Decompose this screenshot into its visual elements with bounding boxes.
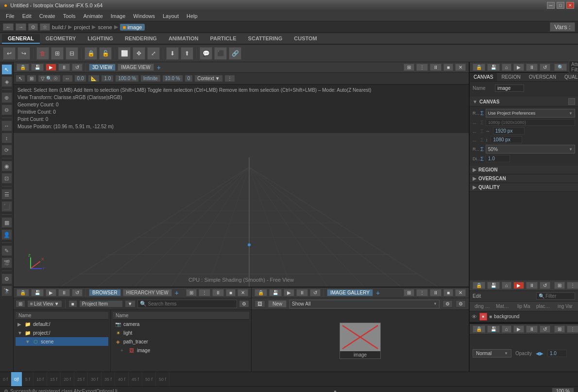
select-tool[interactable]: ↖ (1, 64, 12, 75)
export-button[interactable]: ⬇ (166, 47, 179, 60)
dots-btn[interactable]: ⋮ (416, 64, 428, 71)
gallery-img-icon[interactable]: 🖼 (255, 300, 265, 307)
redo-button[interactable]: ↪ (17, 47, 30, 60)
path-image[interactable]: ■image (120, 24, 145, 31)
lb-play[interactable]: ▶ (513, 325, 524, 333)
lb-pause[interactable]: ⏸ (526, 325, 538, 333)
attrs-filter[interactable]: Attributes Filte... (569, 61, 578, 73)
lock-button[interactable]: 🔒 (85, 47, 97, 60)
tool-7[interactable]: ⟳ (1, 145, 12, 155)
tab-custom[interactable]: CUSTOM (288, 34, 323, 44)
browser-item-icon[interactable]: ■ (68, 300, 77, 307)
sigma-icon-6[interactable]: Σ (480, 156, 484, 162)
gallery-dots[interactable]: ⋮ (416, 289, 428, 296)
blend-mode-dropdown[interactable]: Normal ▼ (473, 349, 511, 358)
gallery-options-btn[interactable]: ⚙ (456, 300, 466, 307)
menu-edit[interactable]: Edit (18, 12, 35, 20)
tab-browser[interactable]: BROWSER (89, 289, 121, 296)
list-view-btn[interactable]: ≡ List View ▼ (27, 300, 62, 307)
attrs-refresh[interactable]: ↺ (540, 64, 550, 71)
pause-btn2[interactable]: ⏸ (430, 64, 442, 71)
menu-tools[interactable]: Tools (59, 12, 80, 20)
sigma-icon[interactable]: Σ (480, 110, 484, 116)
close-view[interactable]: ✕ (455, 64, 466, 71)
group-button[interactable]: ⊞ (51, 47, 64, 60)
tool-14[interactable]: ✎ (1, 245, 12, 256)
ratio-dropdown[interactable]: 50% ▼ (486, 145, 575, 153)
overscan-section[interactable]: ▶ OVERSCAN (470, 174, 578, 183)
tab-canvas[interactable]: CANVAS (470, 73, 497, 81)
item-path-tracer[interactable]: ◈ path_tracer (113, 337, 249, 346)
ra-play[interactable]: ▶ (513, 282, 524, 289)
browser-refresh[interactable]: ↺ (72, 289, 83, 296)
browser-save[interactable]: 💾 (31, 289, 44, 296)
attrs-pause[interactable]: ⏸ (526, 64, 538, 71)
region-section[interactable]: ▶ REGION (470, 166, 578, 174)
layer-row-bg[interactable]: 👁 ■ ■ background (470, 311, 578, 322)
menu-image[interactable]: Image (107, 12, 130, 20)
ra-pause[interactable]: ⏸ (526, 282, 538, 289)
tool-3[interactable]: ⊕ (1, 92, 12, 103)
lb-save[interactable]: 💾 (487, 325, 500, 333)
item-image[interactable]: + 🖼 image (113, 346, 249, 355)
lb-dots[interactable]: ⋮ (567, 325, 578, 333)
vars-button[interactable]: Vars : (550, 22, 575, 32)
edit-label[interactable]: Edit (473, 293, 481, 299)
lb-grid[interactable]: ⊞ (554, 325, 565, 333)
zoom-level[interactable]: 100 % (552, 388, 574, 392)
vt-move[interactable]: ↔ (62, 75, 73, 82)
tab-general[interactable]: GENERAL (2, 34, 40, 44)
timeline-0f-cursor[interactable]: 0|f (11, 372, 22, 386)
tree-scene[interactable]: ▼ ⬡ scene (16, 337, 108, 346)
resolution-dropdown[interactable]: Use Project Preferences ▼ (486, 109, 575, 118)
browser-dots[interactable]: ⋮ (199, 289, 210, 296)
tab-animation[interactable]: ANIMATION (163, 34, 204, 44)
tab-image-view[interactable]: IMAGE VIEW (118, 64, 154, 71)
ra-dots[interactable]: ⋮ (567, 282, 578, 289)
menu-help[interactable]: Help (183, 12, 202, 20)
canvas-section[interactable]: ▼ CANVAS (470, 97, 578, 107)
tab-geometry[interactable]: GEOMETRY (40, 34, 82, 44)
ra-refresh[interactable]: ↺ (540, 282, 550, 289)
vt-context[interactable]: Context ▼ (194, 75, 222, 82)
menu-animate[interactable]: Animate (79, 12, 106, 20)
unlock-button[interactable]: 🔓 (99, 47, 112, 60)
tab-region[interactable]: REGION (497, 73, 525, 81)
gallery-grid[interactable]: ⊞ (404, 289, 414, 296)
tab-hierarchy[interactable]: HIERARCHY VIEW (123, 289, 172, 296)
vt-filter[interactable]: ▽ 🔍 ☉ (38, 75, 61, 82)
tab-quality[interactable]: QUALITY (561, 73, 578, 81)
gallery-pause[interactable]: ⏸ (296, 289, 308, 296)
browser-add[interactable]: + (175, 289, 179, 297)
gear-status-icon[interactable]: ⚙ (4, 389, 8, 392)
sigma-icon-5[interactable]: Σ (480, 146, 484, 152)
menu-create[interactable]: Create (35, 12, 59, 20)
lb-home[interactable]: ⌂ (502, 325, 511, 333)
close-button[interactable]: ✕ (566, 2, 574, 9)
gallery-settings[interactable]: ⚙ (442, 300, 453, 307)
gallery-play[interactable]: ▶ (284, 289, 294, 296)
menu-layout[interactable]: Layout (159, 12, 183, 20)
panel-refresh[interactable]: ↺ (72, 64, 83, 71)
undo-button[interactable]: ↩ (3, 47, 16, 60)
filter-input[interactable] (545, 293, 573, 299)
grid-btn[interactable]: ⊞ (404, 64, 414, 71)
panel-save[interactable]: 💾 (31, 64, 44, 71)
show-all-dropdown[interactable]: Show All ▼ (289, 300, 440, 308)
tool-2[interactable]: ◈ (1, 76, 12, 87)
browser-pause2[interactable]: ⏸ (58, 289, 70, 296)
menu-file[interactable]: File (2, 12, 18, 20)
tree-default[interactable]: ▶ 📁 default:/ (16, 320, 108, 328)
gallery-thumb-image[interactable]: image (340, 323, 381, 359)
vt-extra[interactable]: ⋮ (224, 75, 235, 82)
canvas-toggle[interactable] (568, 98, 575, 105)
split-button[interactable]: ⬛ (214, 47, 227, 60)
lb-refresh[interactable]: ↺ (540, 325, 550, 333)
browser-stop2[interactable]: ■ (226, 289, 236, 296)
tool-4[interactable]: ⊖ (1, 104, 12, 115)
path-project[interactable]: project (74, 24, 90, 30)
attrs-save[interactable]: 💾 (487, 64, 500, 71)
history-button[interactable]: ⊙ (28, 23, 38, 31)
tab-3d-view[interactable]: 3D VIEW (89, 64, 116, 71)
project-item-filter[interactable]: Project Item (79, 300, 123, 307)
